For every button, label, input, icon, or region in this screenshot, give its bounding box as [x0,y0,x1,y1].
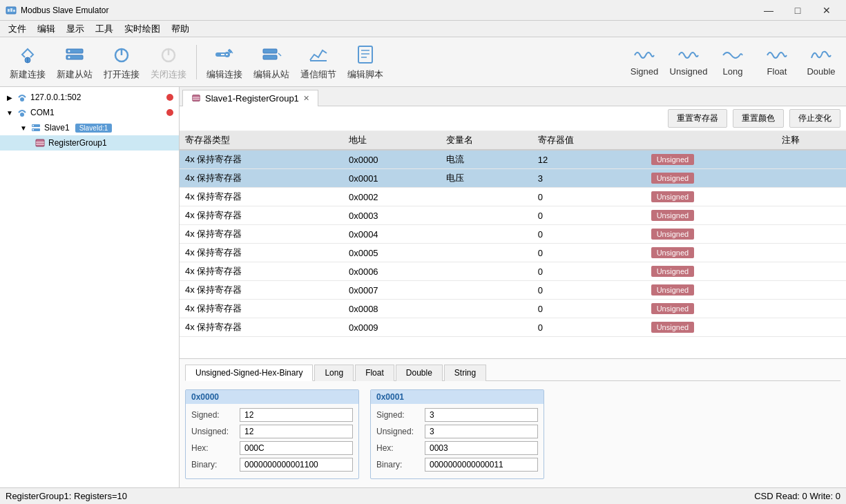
cell-note [776,150,846,169]
stop-change-button[interactable]: 停止变化 [789,109,840,128]
sidebar-item-registergroup1[interactable]: RegisterGroup1 [0,135,179,151]
tab-bar: Slave1-RegisterGroup1 ✕ [180,87,846,106]
edit-slave-button[interactable]: 编辑从站 [249,40,294,84]
status-left: RegisterGroup1: Registers=10 [6,491,127,501]
cell-name [441,188,532,206]
tab-close-button[interactable]: ✕ [303,94,309,103]
menu-display[interactable]: 显示 [61,21,90,37]
reg-field-input[interactable] [240,408,353,422]
float-button[interactable]: Float [758,47,796,77]
reg-field-row: Unsigned: [191,425,353,438]
double-button[interactable]: Double [802,47,840,77]
reg-field-input[interactable] [240,441,353,455]
expand-arrow-slave: ▼ [19,124,28,132]
table-row[interactable]: 4x 保持寄存器 0x0008 0 Unsigned [180,300,846,318]
reset-registers-button[interactable]: 重置寄存器 [668,109,727,128]
reg-field-input[interactable] [425,441,538,455]
menu-realtime[interactable]: 实时绘图 [119,21,166,37]
menu-tools[interactable]: 工具 [90,21,119,37]
register-group-label: RegisterGroup1 [48,138,107,148]
table-row[interactable]: 4x 保持寄存器 0x0005 0 Unsigned [180,244,846,262]
bottom-tab-string[interactable]: String [444,365,486,381]
svg-point-9 [68,56,70,58]
sidebar-item-com1[interactable]: ▼ COM1 [0,105,179,120]
maximize-button[interactable]: □ [784,1,811,20]
table-row[interactable]: 4x 保持寄存器 0x0009 0 Unsigned [180,318,846,337]
register-table: 寄存器类型 地址 变量名 寄存器值 注释 4x 保持寄存器 0x0000 电流 … [180,131,846,337]
cell-note [776,281,846,300]
tab-register-group1[interactable]: Slave1-RegisterGroup1 ✕ [182,90,318,106]
reg-field-input[interactable] [240,425,353,438]
cell-value: 0 [532,281,646,300]
close-connection-label: 关闭连接 [151,68,186,81]
connection-icon [17,92,28,103]
close-connection-button[interactable]: 关闭连接 [146,40,191,84]
register-card: 0x0001 Signed: Unsigned: Hex: Binary: [370,389,544,479]
cell-note [776,206,846,225]
signed-button[interactable]: Signed [625,47,664,77]
unsigned-badge: Unsigned [651,322,694,333]
reg-field-input[interactable] [425,458,538,472]
cell-type: 4x 保持寄存器 [180,300,343,318]
reset-color-button[interactable]: 重置颜色 [733,109,784,128]
table-row[interactable]: 4x 保持寄存器 0x0007 0 Unsigned [180,281,846,300]
cell-value: 0 [532,188,646,206]
comm-details-button[interactable]: 通信细节 [296,40,340,84]
table-row[interactable]: 4x 保持寄存器 0x0006 0 Unsigned [180,262,846,281]
reg-field-row: Hex: [376,441,538,455]
table-row[interactable]: 4x 保持寄存器 0x0003 0 Unsigned [180,206,846,225]
sidebar-item-connection[interactable]: ▶ 127.0.0.1:502 [0,90,179,105]
close-button[interactable]: ✕ [813,1,840,20]
reg-field-row: Signed: [191,408,353,422]
svg-rect-3 [13,10,15,12]
long-wave-icon [722,47,744,64]
reg-field-label: Unsigned: [376,427,425,436]
cell-type: 4x 保持寄存器 [180,206,343,225]
tab-label: Slave1-RegisterGroup1 [205,93,299,104]
edit-script-button[interactable]: 编辑脚本 [343,40,387,84]
menu-help[interactable]: 帮助 [166,21,195,37]
long-button[interactable]: Long [713,47,752,77]
edit-server-icon [260,43,282,66]
open-connection-button[interactable]: 打开连接 [99,40,144,84]
edit-connection-button[interactable]: 编辑连接 [202,40,247,84]
reg-field-row: Unsigned: [376,425,538,438]
table-row[interactable]: 4x 保持寄存器 0x0000 电流 12 Unsigned [180,150,846,169]
new-connection-button[interactable]: 新建连接 [6,40,50,84]
expand-arrow: ▶ [6,93,14,101]
reg-field-input[interactable] [425,425,538,438]
cell-value: 0 [532,318,646,337]
bottom-tab-unsigned-signed[interactable]: Unsigned-Signed-Hex-Binary [185,365,313,381]
register-table-wrap: 寄存器类型 地址 变量名 寄存器值 注释 4x 保持寄存器 0x0000 电流 … [180,131,846,358]
table-row[interactable]: 4x 保持寄存器 0x0004 0 Unsigned [180,225,846,244]
slave-id-badge: SlaveId:1 [75,124,113,133]
connection-status-dot [166,94,173,101]
cell-address: 0x0001 [343,169,441,188]
reg-field-input[interactable] [425,408,538,422]
float-wave-icon [766,47,788,64]
svg-rect-33 [36,139,44,146]
cell-badge: Unsigned [646,206,776,225]
cell-note [776,318,846,337]
sidebar-item-slave1[interactable]: ▼ Slave1 SlaveId:1 [0,120,179,135]
cell-value: 0 [532,225,646,244]
col-header-name: 变量名 [441,131,532,150]
bottom-tab-long[interactable]: Long [314,365,354,381]
minimize-button[interactable]: — [755,1,782,20]
bottom-tab-double[interactable]: Double [396,365,443,381]
bottom-tab-float[interactable]: Float [355,365,394,381]
register-cards: 0x0000 Signed: Unsigned: Hex: Binary: [185,387,840,482]
unsigned-badge: Unsigned [651,266,694,277]
svg-rect-19 [263,49,277,53]
cell-address: 0x0002 [343,188,441,206]
menu-file[interactable]: 文件 [3,21,32,37]
register-card-body: Signed: Unsigned: Hex: Binary: [186,404,358,478]
table-row[interactable]: 4x 保持寄存器 0x0002 0 Unsigned [180,188,846,206]
table-row[interactable]: 4x 保持寄存器 0x0001 电压 3 Unsigned [180,169,846,188]
reg-field-input[interactable] [240,458,353,472]
menu-edit[interactable]: 编辑 [32,21,61,37]
unsigned-button[interactable]: Unsigned [669,47,708,77]
new-slave-button[interactable]: 新建从站 [52,40,97,84]
cell-value: 3 [532,169,646,188]
cell-value: 0 [532,300,646,318]
